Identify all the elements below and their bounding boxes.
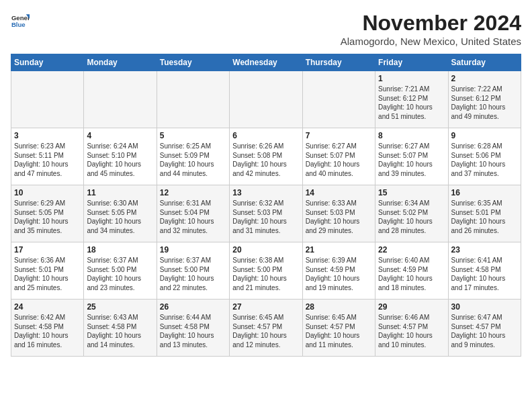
calendar-cell: 15Sunrise: 6:34 AM Sunset: 5:02 PM Dayli… bbox=[375, 185, 448, 242]
calendar-cell bbox=[230, 71, 302, 128]
day-info: Sunrise: 6:44 AM Sunset: 4:58 PM Dayligh… bbox=[160, 313, 226, 349]
day-number: 27 bbox=[232, 302, 299, 312]
day-info: Sunrise: 6:26 AM Sunset: 5:08 PM Dayligh… bbox=[232, 142, 299, 178]
calendar-cell: 24Sunrise: 6:42 AM Sunset: 4:58 PM Dayli… bbox=[11, 300, 84, 357]
calendar-cell: 8Sunrise: 6:27 AM Sunset: 5:07 PM Daylig… bbox=[375, 128, 448, 185]
calendar-week-row: 3Sunrise: 6:23 AM Sunset: 5:11 PM Daylig… bbox=[11, 128, 521, 185]
day-number: 13 bbox=[232, 188, 299, 197]
calendar-cell: 3Sunrise: 6:23 AM Sunset: 5:11 PM Daylig… bbox=[11, 128, 84, 185]
calendar-cell: 10Sunrise: 6:29 AM Sunset: 5:05 PM Dayli… bbox=[11, 185, 84, 242]
day-info: Sunrise: 6:35 AM Sunset: 5:01 PM Dayligh… bbox=[451, 199, 518, 235]
day-number: 2 bbox=[451, 74, 518, 83]
calendar-cell: 25Sunrise: 6:43 AM Sunset: 4:58 PM Dayli… bbox=[84, 300, 157, 357]
calendar-week-row: 10Sunrise: 6:29 AM Sunset: 5:05 PM Dayli… bbox=[11, 185, 521, 242]
day-of-week-header: Saturday bbox=[448, 54, 521, 71]
day-of-week-header: Monday bbox=[84, 54, 157, 71]
day-info: Sunrise: 6:37 AM Sunset: 5:00 PM Dayligh… bbox=[160, 256, 226, 292]
day-of-week-header: Thursday bbox=[302, 54, 375, 71]
day-number: 25 bbox=[87, 302, 153, 312]
calendar-cell: 22Sunrise: 6:40 AM Sunset: 4:59 PM Dayli… bbox=[375, 242, 448, 300]
day-number: 7 bbox=[306, 131, 372, 140]
day-of-week-header: Friday bbox=[375, 54, 448, 71]
calendar-cell bbox=[84, 71, 157, 128]
general-blue-icon: General Blue bbox=[11, 11, 30, 30]
day-number: 17 bbox=[14, 245, 81, 255]
day-info: Sunrise: 6:32 AM Sunset: 5:03 PM Dayligh… bbox=[232, 199, 299, 235]
day-number: 30 bbox=[451, 302, 518, 312]
day-number: 15 bbox=[378, 188, 445, 197]
calendar-cell: 29Sunrise: 6:46 AM Sunset: 4:57 PM Dayli… bbox=[375, 300, 448, 357]
svg-text:Blue: Blue bbox=[11, 21, 26, 28]
day-info: Sunrise: 6:34 AM Sunset: 5:02 PM Dayligh… bbox=[378, 199, 445, 235]
day-info: Sunrise: 6:27 AM Sunset: 5:07 PM Dayligh… bbox=[306, 142, 372, 178]
day-info: Sunrise: 6:24 AM Sunset: 5:10 PM Dayligh… bbox=[87, 142, 153, 178]
day-info: Sunrise: 7:22 AM Sunset: 6:12 PM Dayligh… bbox=[451, 85, 518, 121]
calendar-cell: 16Sunrise: 6:35 AM Sunset: 5:01 PM Dayli… bbox=[448, 185, 521, 242]
day-number: 3 bbox=[14, 131, 81, 140]
calendar-header: SundayMondayTuesdayWednesdayThursdayFrid… bbox=[11, 54, 521, 71]
calendar-cell: 30Sunrise: 6:47 AM Sunset: 4:57 PM Dayli… bbox=[448, 300, 521, 357]
calendar-cell: 13Sunrise: 6:32 AM Sunset: 5:03 PM Dayli… bbox=[230, 185, 302, 242]
day-info: Sunrise: 6:28 AM Sunset: 5:06 PM Dayligh… bbox=[451, 142, 518, 178]
calendar-cell: 5Sunrise: 6:25 AM Sunset: 5:09 PM Daylig… bbox=[157, 128, 229, 185]
day-number: 11 bbox=[87, 188, 153, 197]
day-number: 8 bbox=[378, 131, 445, 140]
calendar-cell bbox=[11, 71, 84, 128]
location-subtitle: Alamogordo, New Mexico, United States bbox=[341, 36, 521, 47]
day-number: 10 bbox=[14, 188, 81, 197]
day-info: Sunrise: 6:39 AM Sunset: 4:59 PM Dayligh… bbox=[306, 256, 372, 292]
calendar-cell: 18Sunrise: 6:37 AM Sunset: 5:00 PM Dayli… bbox=[84, 242, 157, 300]
calendar-cell: 14Sunrise: 6:33 AM Sunset: 5:03 PM Dayli… bbox=[302, 185, 375, 242]
day-of-week-header: Tuesday bbox=[157, 54, 229, 71]
day-number: 20 bbox=[232, 245, 299, 255]
day-info: Sunrise: 6:38 AM Sunset: 5:00 PM Dayligh… bbox=[232, 256, 299, 292]
calendar-cell: 11Sunrise: 6:30 AM Sunset: 5:05 PM Dayli… bbox=[84, 185, 157, 242]
calendar-cell: 27Sunrise: 6:45 AM Sunset: 4:57 PM Dayli… bbox=[230, 300, 302, 357]
logo: General Blue bbox=[11, 11, 30, 30]
calendar-week-row: 24Sunrise: 6:42 AM Sunset: 4:58 PM Dayli… bbox=[11, 300, 521, 357]
calendar-cell: 7Sunrise: 6:27 AM Sunset: 5:07 PM Daylig… bbox=[302, 128, 375, 185]
day-info: Sunrise: 6:36 AM Sunset: 5:01 PM Dayligh… bbox=[14, 256, 81, 292]
day-of-week-header: Sunday bbox=[11, 54, 84, 71]
day-info: Sunrise: 6:45 AM Sunset: 4:57 PM Dayligh… bbox=[306, 313, 372, 349]
calendar-cell: 26Sunrise: 6:44 AM Sunset: 4:58 PM Dayli… bbox=[157, 300, 229, 357]
calendar-week-row: 17Sunrise: 6:36 AM Sunset: 5:01 PM Dayli… bbox=[11, 242, 521, 300]
day-number: 1 bbox=[378, 74, 445, 83]
calendar-cell: 19Sunrise: 6:37 AM Sunset: 5:00 PM Dayli… bbox=[157, 242, 229, 300]
day-info: Sunrise: 6:25 AM Sunset: 5:09 PM Dayligh… bbox=[160, 142, 226, 178]
calendar-cell: 21Sunrise: 6:39 AM Sunset: 4:59 PM Dayli… bbox=[302, 242, 375, 300]
day-info: Sunrise: 6:23 AM Sunset: 5:11 PM Dayligh… bbox=[14, 142, 81, 178]
day-number: 6 bbox=[232, 131, 299, 140]
day-number: 5 bbox=[160, 131, 226, 140]
day-info: Sunrise: 6:42 AM Sunset: 4:58 PM Dayligh… bbox=[14, 313, 81, 349]
day-info: Sunrise: 6:47 AM Sunset: 4:57 PM Dayligh… bbox=[451, 313, 518, 349]
day-number: 22 bbox=[378, 245, 445, 255]
day-info: Sunrise: 6:37 AM Sunset: 5:00 PM Dayligh… bbox=[87, 256, 153, 292]
calendar-cell: 12Sunrise: 6:31 AM Sunset: 5:04 PM Dayli… bbox=[157, 185, 229, 242]
day-info: Sunrise: 6:33 AM Sunset: 5:03 PM Dayligh… bbox=[306, 199, 372, 235]
calendar-cell: 17Sunrise: 6:36 AM Sunset: 5:01 PM Dayli… bbox=[11, 242, 84, 300]
day-number: 16 bbox=[451, 188, 518, 197]
day-info: Sunrise: 6:31 AM Sunset: 5:04 PM Dayligh… bbox=[160, 199, 226, 235]
day-info: Sunrise: 6:43 AM Sunset: 4:58 PM Dayligh… bbox=[87, 313, 153, 349]
calendar-cell: 28Sunrise: 6:45 AM Sunset: 4:57 PM Dayli… bbox=[302, 300, 375, 357]
calendar-cell: 2Sunrise: 7:22 AM Sunset: 6:12 PM Daylig… bbox=[448, 71, 521, 128]
day-number: 23 bbox=[451, 245, 518, 255]
calendar-cell bbox=[302, 71, 375, 128]
day-info: Sunrise: 6:41 AM Sunset: 4:58 PM Dayligh… bbox=[451, 256, 518, 292]
calendar-table: SundayMondayTuesdayWednesdayThursdayFrid… bbox=[11, 54, 521, 357]
calendar-body: 1Sunrise: 7:21 AM Sunset: 6:12 PM Daylig… bbox=[11, 71, 521, 357]
calendar-cell: 4Sunrise: 6:24 AM Sunset: 5:10 PM Daylig… bbox=[84, 128, 157, 185]
month-title: November 2024 bbox=[341, 11, 521, 36]
page-header: General Blue November 2024 Alamogordo, N… bbox=[11, 11, 521, 47]
header-row: SundayMondayTuesdayWednesdayThursdayFrid… bbox=[11, 54, 521, 71]
day-number: 24 bbox=[14, 302, 81, 312]
day-number: 18 bbox=[87, 245, 153, 255]
day-number: 21 bbox=[306, 245, 372, 255]
calendar-cell: 1Sunrise: 7:21 AM Sunset: 6:12 PM Daylig… bbox=[375, 71, 448, 128]
calendar-cell: 23Sunrise: 6:41 AM Sunset: 4:58 PM Dayli… bbox=[448, 242, 521, 300]
calendar-cell bbox=[157, 71, 229, 128]
day-number: 19 bbox=[160, 245, 226, 255]
day-info: Sunrise: 7:21 AM Sunset: 6:12 PM Dayligh… bbox=[378, 85, 445, 121]
calendar-cell: 6Sunrise: 6:26 AM Sunset: 5:08 PM Daylig… bbox=[230, 128, 302, 185]
